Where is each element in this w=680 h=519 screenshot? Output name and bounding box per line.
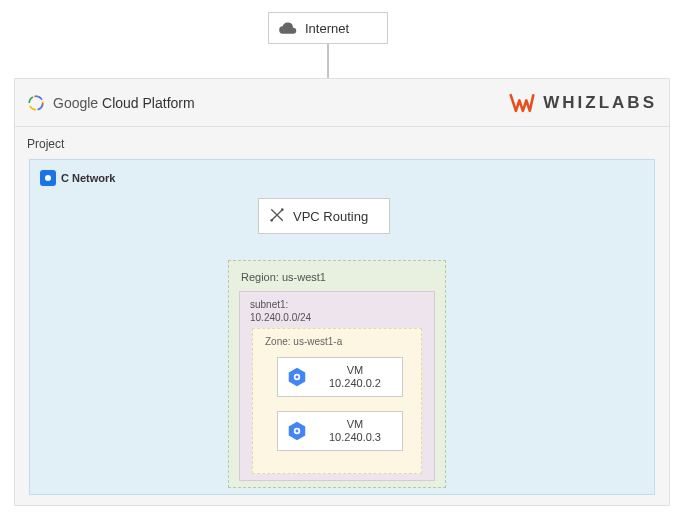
cloud-icon — [279, 20, 297, 37]
subnet-name: subnet1: — [250, 298, 311, 311]
svg-point-6 — [270, 219, 273, 222]
routing-icon — [269, 207, 285, 226]
vm-node: VM 10.240.0.3 — [277, 411, 403, 451]
subnet-container: subnet1: 10.240.0.0/24 Zone: us-west1-a — [239, 291, 435, 481]
svg-point-5 — [45, 175, 51, 181]
region-label: Region: us-west1 — [241, 271, 326, 283]
network-label-text: C Network — [61, 172, 115, 184]
vm-ip: 10.240.0.2 — [316, 377, 394, 390]
network-icon — [40, 170, 56, 186]
platform-header: Google Cloud Platform WHIZLABS — [14, 78, 670, 126]
compute-engine-icon — [286, 420, 308, 442]
vm-node: VM 10.240.0.2 — [277, 357, 403, 397]
vpc-routing-label: VPC Routing — [293, 209, 368, 224]
whizlabs-logo: WHIZLABS — [509, 93, 657, 113]
project-label: Project — [27, 137, 64, 151]
gcp-text-suffix: Cloud Platform — [102, 95, 195, 111]
gcp-logo-icon — [27, 94, 45, 112]
project-container: Project C Network VPC Routing Region: us… — [14, 126, 670, 506]
region-container: Region: us-west1 subnet1: 10.240.0.0/24 … — [228, 260, 446, 488]
gcp-text-prefix: Google — [53, 95, 102, 111]
whizlabs-label: WHIZLABS — [543, 93, 657, 113]
svg-point-7 — [281, 208, 284, 211]
svg-point-13 — [296, 430, 299, 433]
internet-label: Internet — [305, 21, 349, 36]
subnet-cidr: 10.240.0.0/24 — [250, 311, 311, 324]
zone-container: Zone: us-west1-a VM 10.240.0.2 — [252, 328, 422, 474]
zone-label: Zone: us-west1-a — [265, 336, 342, 347]
internet-node: Internet — [268, 12, 388, 44]
vm-name: VM — [316, 364, 394, 377]
network-container: C Network VPC Routing Region: us-west1 s… — [29, 159, 655, 495]
gcp-text: Google Cloud Platform — [53, 95, 195, 111]
network-label: C Network — [40, 170, 115, 186]
compute-engine-icon — [286, 366, 308, 388]
gcp-logo: Google Cloud Platform — [27, 94, 195, 112]
vm-ip: 10.240.0.3 — [316, 431, 394, 444]
vpc-routing-node: VPC Routing — [258, 198, 390, 234]
subnet-label: subnet1: 10.240.0.0/24 — [250, 298, 311, 324]
svg-point-10 — [296, 376, 299, 379]
vm-name: VM — [316, 418, 394, 431]
whizlabs-mark-icon — [509, 93, 535, 113]
